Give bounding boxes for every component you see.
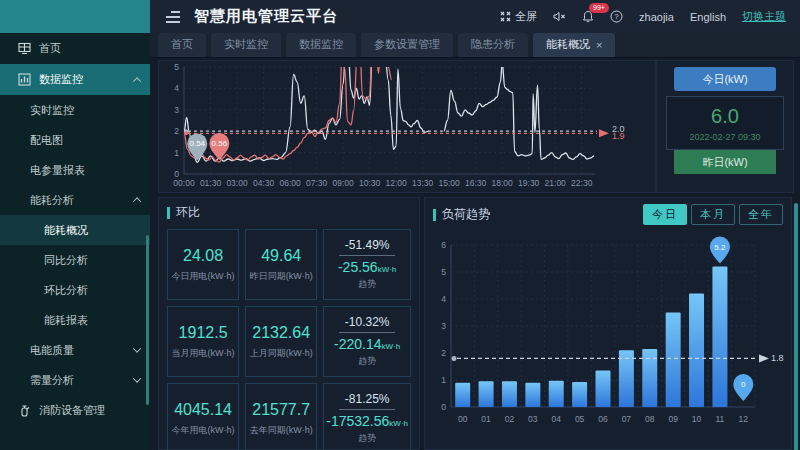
- svg-text:12:00: 12:00: [385, 178, 407, 188]
- sidebar-item-label: 能耗分析: [30, 193, 74, 208]
- trend-delta: -220.14kW·h: [334, 336, 400, 352]
- bar-08[interactable]: [642, 349, 657, 407]
- svg-text:3: 3: [174, 105, 179, 115]
- tab-close-icon[interactable]: ×: [596, 39, 602, 51]
- sidebar-item-4[interactable]: 电参量报表: [0, 155, 150, 185]
- fullscreen-label: 全屏: [515, 9, 537, 24]
- fire-icon: [18, 404, 31, 417]
- menu-fold-icon[interactable]: [166, 11, 180, 23]
- main-content: 00:0001:3003:0004:3006:0007:3009:0010:30…: [150, 58, 800, 450]
- trend-unit: kW·h: [378, 265, 397, 274]
- svg-text:04:30: 04:30: [253, 178, 275, 188]
- range-button-1[interactable]: 本月: [691, 204, 735, 225]
- bar-10[interactable]: [689, 294, 704, 407]
- bar-05[interactable]: [572, 382, 587, 407]
- range-button-2[interactable]: 全年: [739, 204, 783, 225]
- svg-text:01:30: 01:30: [200, 178, 222, 188]
- today-kw-card: 今日(kW) 6.0 2022-02-27 09:30 昨日(kW): [656, 60, 794, 193]
- markpoint-pin: 0: [733, 374, 753, 401]
- tab-label: 实时监控: [224, 37, 268, 52]
- sidebar-item-label: 电参量报表: [30, 163, 85, 178]
- sidebar-item-9[interactable]: 能耗报表: [0, 305, 150, 335]
- theme-switch-link[interactable]: 切换主题: [742, 9, 786, 24]
- tab-bar: 首页实时监控数据监控参数设置管理隐患分析能耗概况×: [150, 33, 800, 58]
- sidebar-item-12[interactable]: 消防设备管理: [0, 395, 150, 426]
- ring-comparison-panel: 环比 24.08今日用电(kW·h)49.64昨日同期(kW·h)-51.49%…: [158, 197, 420, 450]
- sidebar-item-label: 电能质量: [30, 343, 74, 358]
- tab-5[interactable]: 能耗概况×: [533, 33, 615, 57]
- trend-percent: -51.49%: [339, 238, 396, 256]
- data-icon: [18, 73, 31, 86]
- bar-04[interactable]: [549, 381, 564, 407]
- svg-text:2: 2: [174, 126, 179, 136]
- sidebar-item-1[interactable]: 数据监控: [0, 64, 150, 95]
- yesterday-kw-button[interactable]: 昨日(kW): [674, 150, 776, 174]
- trend-percent: -81.25%: [339, 392, 396, 410]
- svg-text:21:00: 21:00: [545, 178, 567, 188]
- bar-11[interactable]: [712, 267, 727, 407]
- svg-text:2: 2: [441, 348, 446, 358]
- stat-card-2-0: 4045.14今年用电(kW·h): [167, 383, 239, 450]
- tab-3[interactable]: 参数设置管理: [361, 33, 453, 57]
- trend-card-0: -51.49%-25.56kW·h趋势: [323, 229, 411, 300]
- notification-badge: 99+: [589, 3, 609, 13]
- tab-1[interactable]: 实时监控: [211, 33, 281, 57]
- sidebar-item-11[interactable]: 需量分析: [0, 365, 150, 395]
- bar-03[interactable]: [525, 383, 540, 407]
- sidebar-item-8[interactable]: 环比分析: [0, 275, 150, 305]
- language-switch[interactable]: English: [690, 11, 726, 23]
- bar-01[interactable]: [479, 381, 494, 407]
- svg-text:?: ?: [614, 12, 619, 21]
- chevron-down-icon: [133, 374, 141, 382]
- svg-text:03: 03: [528, 414, 538, 424]
- svg-text:15:00: 15:00: [439, 178, 461, 188]
- username[interactable]: zhaojia: [639, 11, 674, 23]
- trend-unit: kW·h: [389, 419, 408, 428]
- tab-label: 首页: [171, 37, 193, 52]
- svg-text:04: 04: [551, 414, 561, 424]
- sidebar-item-5[interactable]: 能耗分析: [0, 185, 150, 215]
- sidebar-item-2[interactable]: 实时监控: [0, 95, 150, 125]
- help-button[interactable]: ?: [610, 10, 623, 23]
- stat-value: 21577.7: [252, 401, 310, 419]
- stat-label: 今年用电(kW·h): [172, 424, 235, 437]
- svg-text:06:00: 06:00: [279, 178, 301, 188]
- today-kw-button[interactable]: 今日(kW): [674, 67, 776, 91]
- svg-text:18:00: 18:00: [492, 178, 514, 188]
- svg-text:06: 06: [598, 414, 608, 424]
- sidebar-item-label: 实时监控: [30, 103, 74, 118]
- chevron-down-icon: [133, 344, 141, 352]
- notifications-button[interactable]: 99+: [582, 10, 594, 23]
- bar-06[interactable]: [596, 371, 611, 407]
- tab-0[interactable]: 首页: [158, 33, 206, 57]
- tab-4[interactable]: 隐患分析: [458, 33, 528, 57]
- svg-text:05: 05: [575, 414, 585, 424]
- svg-text:07:30: 07:30: [306, 178, 328, 188]
- stat-label: 去年同期(kW·h): [250, 424, 313, 437]
- svg-text:07: 07: [622, 414, 632, 424]
- bar-00[interactable]: [455, 383, 470, 407]
- title-accent-bar: [167, 207, 170, 219]
- sidebar-item-0[interactable]: 首页: [0, 33, 150, 64]
- bar-09[interactable]: [666, 313, 681, 408]
- sidebar-scrollbar[interactable]: [146, 235, 149, 405]
- fullscreen-button[interactable]: 全屏: [500, 9, 537, 24]
- mute-button[interactable]: [553, 11, 566, 22]
- sidebar-item-7[interactable]: 同比分析: [0, 245, 150, 275]
- stat-label: 今日用电(kW·h): [172, 270, 235, 283]
- speaker-muted-icon: [553, 11, 566, 22]
- sidebar-item-6[interactable]: 能耗概况: [0, 215, 150, 245]
- svg-text:0.54: 0.54: [189, 139, 205, 148]
- sidebar-item-3[interactable]: 配电图: [0, 125, 150, 155]
- sidebar-item-label: 需量分析: [30, 373, 74, 388]
- svg-text:08: 08: [645, 414, 655, 424]
- svg-text:13:30: 13:30: [412, 178, 434, 188]
- range-button-0[interactable]: 今日: [643, 204, 687, 225]
- tab-label: 数据监控: [299, 37, 343, 52]
- tab-2[interactable]: 数据监控: [286, 33, 356, 57]
- sidebar-item-label: 数据监控: [39, 72, 83, 87]
- content-scrollbar[interactable]: [794, 203, 798, 450]
- svg-text:1.8: 1.8: [771, 353, 784, 363]
- bar-02[interactable]: [502, 381, 517, 407]
- sidebar-item-10[interactable]: 电能质量: [0, 335, 150, 365]
